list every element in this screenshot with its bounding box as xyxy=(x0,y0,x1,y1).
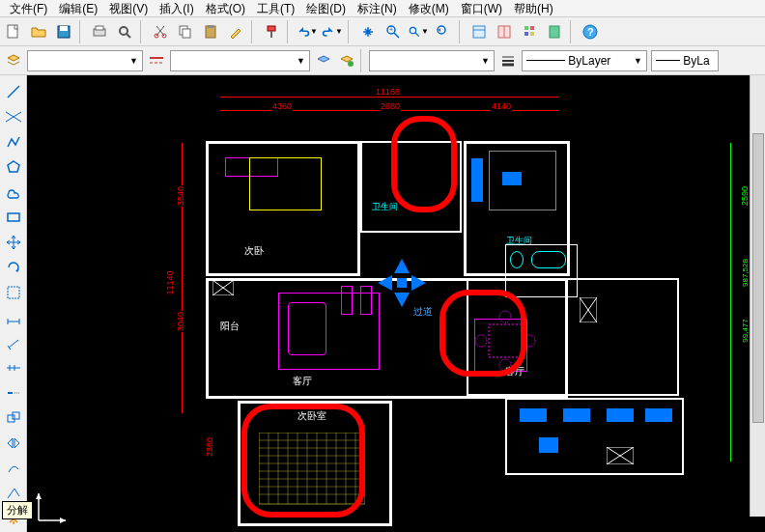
menu-draw[interactable]: 绘图(D) xyxy=(300,0,352,16)
layer-prev-icon[interactable] xyxy=(335,49,358,72)
xline-icon[interactable] xyxy=(3,106,24,127)
preview-icon[interactable] xyxy=(113,20,136,43)
help-icon[interactable]: ? xyxy=(579,20,602,43)
svg-rect-0 xyxy=(8,25,17,38)
svg-line-16 xyxy=(394,33,399,38)
menu-dimension[interactable]: 标注(N) xyxy=(352,0,403,16)
zoom-previous-icon[interactable] xyxy=(432,20,455,43)
offset-icon[interactable] xyxy=(3,458,24,479)
svg-rect-25 xyxy=(524,26,528,30)
dim-total: 11168 xyxy=(375,87,401,97)
svg-rect-59 xyxy=(397,278,407,288)
painter-icon[interactable] xyxy=(260,20,283,43)
designcenter-icon[interactable] xyxy=(493,20,516,43)
svg-rect-26 xyxy=(530,26,534,30)
layer-props-icon[interactable] xyxy=(2,49,25,72)
dim-left4: 2360 xyxy=(205,436,214,458)
print-icon[interactable] xyxy=(88,20,111,43)
lineweight-combo[interactable]: ByLayer▼ xyxy=(522,50,647,71)
svg-point-34 xyxy=(348,61,354,67)
undo-icon[interactable]: ▼ xyxy=(296,20,319,43)
drawing-canvas[interactable]: 11168 4360 2680 4140 3540 3040 11140 236… xyxy=(27,75,765,532)
toolpalette-icon[interactable] xyxy=(518,20,541,43)
zoom-window-icon[interactable]: ▼ xyxy=(407,20,430,43)
highlight-3 xyxy=(241,404,365,518)
svg-marker-58 xyxy=(411,275,426,291)
menu-format[interactable]: 格式(O) xyxy=(200,0,251,16)
svg-rect-42 xyxy=(8,287,19,298)
redo-icon[interactable]: ▼ xyxy=(321,20,344,43)
dim-right2: 987,528 xyxy=(741,258,750,288)
label-balcony: 阳台 xyxy=(220,320,240,333)
layer-state-icon[interactable] xyxy=(312,49,335,72)
svg-rect-27 xyxy=(524,32,528,36)
linetype-combo[interactable]: ▼ xyxy=(369,50,495,71)
lineweight-icon[interactable] xyxy=(496,49,520,72)
copy-object-icon[interactable] xyxy=(3,407,24,429)
label-bath2: 卫生间 xyxy=(506,235,532,247)
menu-file[interactable]: 文件(F) xyxy=(4,0,53,16)
menu-help[interactable]: 帮助(H) xyxy=(508,0,559,16)
color-combo[interactable]: ▼ xyxy=(27,50,143,71)
line-icon[interactable] xyxy=(3,81,24,102)
svg-point-5 xyxy=(120,27,128,35)
menu-tools[interactable]: 工具(T) xyxy=(251,0,300,16)
matchprop-icon[interactable] xyxy=(224,20,247,43)
svg-line-38 xyxy=(8,86,19,98)
polygon-icon[interactable] xyxy=(3,156,24,178)
save-icon[interactable] xyxy=(52,20,75,43)
linetype-control-icon[interactable] xyxy=(145,49,168,72)
menu-edit[interactable]: 编辑(E) xyxy=(53,0,103,16)
svg-marker-56 xyxy=(394,293,410,307)
dim-left2: 3040 xyxy=(176,311,185,332)
svg-rect-2 xyxy=(60,26,68,31)
paste-icon[interactable] xyxy=(199,20,222,43)
select-icon[interactable] xyxy=(3,282,24,303)
menu-insert[interactable]: 插入(I) xyxy=(154,0,199,16)
svg-marker-57 xyxy=(378,275,392,291)
dim-left1: 3540 xyxy=(176,185,185,207)
mirror-icon[interactable] xyxy=(3,433,24,454)
svg-rect-28 xyxy=(530,32,534,36)
move-icon[interactable] xyxy=(3,232,24,253)
svg-rect-12 xyxy=(208,25,213,28)
plotstyle-combo[interactable]: ByLa xyxy=(651,50,719,71)
label-bedroom1: 次卧 xyxy=(244,244,264,258)
tooltip: 分解 xyxy=(2,501,33,519)
layer-combo[interactable]: ▼ xyxy=(170,50,310,71)
standard-toolbar: ▼ ▼ + ▼ ? xyxy=(0,17,765,46)
layer-toolbar: ▼ ▼ ▼ ByLayer▼ ByLa xyxy=(0,46,765,75)
pan-icon[interactable] xyxy=(356,20,380,43)
zoom-realtime-icon[interactable]: + xyxy=(382,20,405,43)
continue-dim-icon[interactable] xyxy=(3,357,24,378)
properties-icon[interactable] xyxy=(468,20,491,43)
dim-aligned-icon[interactable] xyxy=(3,332,24,353)
new-icon[interactable] xyxy=(2,20,25,43)
sheet-icon[interactable] xyxy=(543,20,566,43)
trim-icon[interactable] xyxy=(3,382,24,404)
svg-rect-29 xyxy=(550,26,559,38)
menu-modify[interactable]: 修改(M) xyxy=(403,0,455,16)
menu-bar: 文件(F) 编辑(E) 视图(V) 插入(I) 格式(O) 工具(T) 绘图(D… xyxy=(0,0,765,17)
label-corridor: 过道 xyxy=(413,305,433,319)
menu-view[interactable]: 视图(V) xyxy=(103,0,154,16)
polyline-icon[interactable] xyxy=(3,131,24,153)
cloud-icon[interactable] xyxy=(3,182,24,203)
dim-top1: 4360 xyxy=(271,101,293,111)
copy-icon[interactable] xyxy=(174,20,197,43)
menu-window[interactable]: 窗口(W) xyxy=(455,0,508,16)
vertical-scrollbar[interactable] xyxy=(750,75,765,517)
cut-icon[interactable] xyxy=(149,20,172,43)
main-area: 11168 4360 2680 4140 3540 3040 11140 236… xyxy=(0,75,765,532)
svg-rect-4 xyxy=(96,26,103,30)
highlight-1 xyxy=(391,116,457,212)
rectangle-icon[interactable] xyxy=(3,207,24,228)
rotate-icon[interactable] xyxy=(3,257,24,278)
dim-linear-icon[interactable] xyxy=(3,307,24,328)
svg-rect-13 xyxy=(268,26,275,31)
svg-marker-95 xyxy=(60,518,66,523)
svg-line-19 xyxy=(415,32,419,36)
open-icon[interactable] xyxy=(27,20,50,43)
svg-text:?: ? xyxy=(587,26,594,38)
svg-line-46 xyxy=(9,340,18,348)
